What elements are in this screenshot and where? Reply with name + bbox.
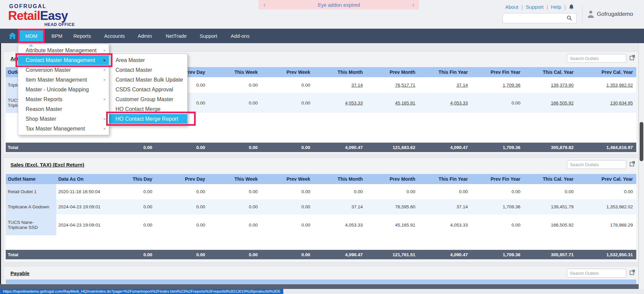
cell: 0.00 [208,199,261,214]
menu-item-conversion-master[interactable]: Conversion Master▸ [18,65,109,75]
submenu-item-ho-contact-merge-report[interactable]: HO Contact Merge Report [109,114,187,124]
outlet-name-cell: TUCS Nane- Triplicane SSD [6,214,56,235]
search-icon[interactable] [567,15,572,21]
cell: 45,165.91 [366,214,419,235]
section-1-search-input[interactable] [567,54,626,63]
nav-item-admin[interactable]: Admin [138,29,152,43]
section-2-title[interactable]: Sales (Excl. TAX) (Excl Return) [10,162,84,168]
submenu-item-customer-group-master[interactable]: Customer Group Master [109,94,187,104]
total-cell: 305,957.71 [524,250,577,259]
section-3-title[interactable]: Payable [10,270,30,276]
header-links: About | Support | Help | [505,4,574,10]
banner-next-icon[interactable]: › [408,1,419,8]
submenu-item-ho-contact-merge[interactable]: HO Contact Merge [109,104,187,114]
menu-item-tax-master-management[interactable]: Tax Master Management▸ [18,124,109,134]
nav-item-nettrade[interactable]: NetTrade [166,29,187,43]
expand-icon[interactable] [630,161,635,167]
total-cell: 4,090.47 [419,250,471,259]
banner-prev-icon[interactable]: ‹ [259,1,270,8]
cell: 0.00 [471,214,524,235]
submenu-item-contact-master-bulk-update[interactable]: Contact Master Bulk Update [109,75,187,85]
total-cell: 4,090.47 [419,143,471,152]
submenu-arrow-icon: ▸ [104,46,106,55]
col-prev-fin-year: Prev Fin Year [471,67,524,77]
col-this-cal-year: This Cal. Year [524,67,577,77]
bottom-dark-bar [0,284,644,289]
total-cell: 0.00 [111,143,156,152]
cell: 0.00 [577,184,636,199]
menu-item-attribute-master-management[interactable]: Attribute Master Management▸ [18,46,109,55]
total-cell: 0.00 [261,250,314,259]
col-data-as-on: Data As On [56,174,111,184]
drilldown-link[interactable]: 4,053.33 [314,93,366,113]
about-link[interactable]: About [505,4,518,10]
menu-item-reason-master[interactable]: Reason Master [18,104,109,114]
menu-item-contact-master-management[interactable]: Contact Master Management▸ [18,55,109,65]
section-3-search-input[interactable] [567,269,626,277]
drilldown-link[interactable]: 4,053.33 [419,93,471,113]
menu-caret [29,44,33,47]
cell: 0.00 [419,184,471,199]
drilldown-link[interactable]: 139,373.90 [524,77,577,93]
section-3-card: Payable [3,266,639,284]
total-cell: 121,683.62 [366,143,419,152]
product-logo[interactable]: RetailEasy [8,9,68,23]
nav-item-mdm[interactable]: MDM [20,30,43,41]
expand-icon[interactable] [630,270,635,275]
submenu-arrow-icon: ▸ [104,65,106,75]
user-name[interactable]: Gofrugaldemo [597,11,633,18]
col-this-day: This Day [111,174,156,184]
total-cell: 121,761.51 [366,250,419,259]
drilldown-link[interactable]: 76,517.71 [366,77,419,93]
drilldown-link[interactable]: 45,165.91 [366,93,419,113]
total-label: Total [6,143,111,152]
home-icon[interactable] [9,32,16,39]
vertical-scrollbar[interactable] [639,43,644,289]
cell: 0.00 [156,199,208,214]
col-this-month: This Month [314,67,366,77]
support-link[interactable]: Support [526,4,544,10]
date-cell: 2020-11-18 16:50:04 [56,184,111,199]
col-this-week: This Week [208,67,261,77]
total-cell: 1,709.36 [471,250,524,259]
section-2-search-input[interactable] [567,160,626,169]
submenu-item-area-master[interactable]: Area Master [109,55,187,65]
drilldown-link[interactable]: 37.14 [314,77,366,93]
menu-item-item-master-management[interactable]: Item Master Management▸ [18,75,109,85]
menu-item-master-unicode-mapping[interactable]: Master - Unicode Mapping [18,85,109,94]
nav-item-addons[interactable]: Add-ons [231,29,250,43]
nav-item-accounts[interactable]: Accounts [104,29,125,43]
nav-item-reports[interactable]: Reports [73,29,91,43]
submenu-item-csds-contact-approval[interactable]: CSDS Contact Approval [109,85,187,94]
menu-item-master-reports[interactable]: Master Reports▸ [18,94,109,104]
global-search-input[interactable] [503,13,577,23]
cell: 0.00 [208,184,261,199]
drilldown-link[interactable]: 166,505.92 [524,93,577,113]
window-left-edge [0,43,1,289]
col-this-month: This Month [314,174,366,184]
cell: 0.00 [314,184,366,199]
cell: 4,053.33 [419,214,471,235]
drilldown-link[interactable]: 130,634.95 [577,93,636,113]
section-1-title[interactable]: Act [10,56,19,61]
col-prev-month: Prev Month [366,67,419,77]
scrollbar-thumb[interactable] [640,122,643,161]
nav-item-bpm[interactable]: BPM [52,29,63,43]
table-row: Retail Outlet 1 2020-11-18 16:50:04 0.00… [6,184,636,199]
submenu-item-contact-master[interactable]: Contact Master [109,65,187,75]
drilldown-link[interactable]: 37.14 [419,77,471,93]
col-prev-month: Prev Month [366,174,419,184]
help-link[interactable]: Help [551,4,561,10]
status-bar-url: https://hqonlinedemo.gofrugal.com/RayMed… [0,289,283,294]
submenu-arrow-icon: ▸ [104,75,106,85]
expand-icon[interactable] [630,55,635,60]
nav-item-support[interactable]: Support [200,29,218,43]
drilldown-link[interactable]: 1,709.36 [471,77,524,93]
menu-item-shop-master[interactable]: Shop Master▸ [18,114,109,124]
bell-icon[interactable] [569,4,574,10]
table-row: Triplicane A Godown 2024-04-23 19:09:01 … [6,199,636,214]
logo-easy: Easy [40,9,68,23]
filler-row [6,235,636,250]
user-avatar-icon [587,10,595,19]
drilldown-link[interactable]: 1,353,982.02 [577,77,636,93]
